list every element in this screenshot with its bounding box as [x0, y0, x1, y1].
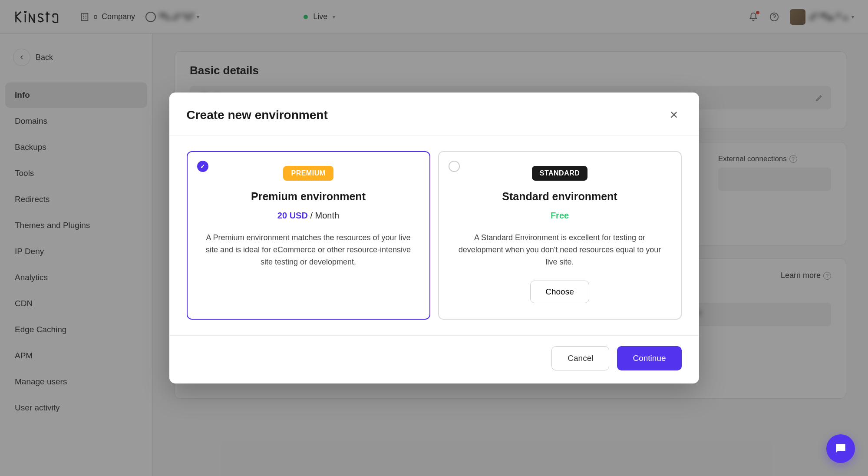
modal-title: Create new environment — [187, 108, 328, 122]
continue-button[interactable]: Continue — [617, 346, 681, 370]
radio-premium[interactable] — [197, 161, 208, 172]
standard-badge: STANDARD — [532, 166, 588, 181]
modal-footer: Cancel Continue — [169, 335, 699, 383]
modal-header: Create new environment ✕ — [169, 93, 699, 136]
chat-widget[interactable] — [826, 434, 855, 463]
standard-price: Free — [452, 211, 668, 221]
create-environment-modal: Create new environment ✕ PREMIUM Premium… — [169, 93, 699, 383]
close-icon[interactable]: ✕ — [666, 107, 682, 123]
modal-overlay[interactable]: Create new environment ✕ PREMIUM Premium… — [0, 0, 868, 476]
option-premium[interactable]: PREMIUM Premium environment 20 USD / Mon… — [187, 151, 430, 320]
standard-heading: Standard environment — [452, 190, 668, 203]
premium-description: A Premium environment matches the resour… — [201, 232, 416, 268]
choose-button[interactable]: Choose — [530, 281, 589, 303]
modal-body: PREMIUM Premium environment 20 USD / Mon… — [169, 136, 699, 335]
premium-badge: PREMIUM — [283, 166, 333, 181]
premium-heading: Premium environment — [201, 190, 416, 203]
chat-icon — [834, 442, 848, 456]
radio-standard[interactable] — [449, 161, 460, 172]
premium-price: 20 USD / Month — [201, 211, 416, 221]
cancel-button[interactable]: Cancel — [551, 346, 609, 370]
option-standard[interactable]: STANDARD Standard environment Free A Sta… — [438, 151, 682, 320]
standard-description: A Standard Environment is excellent for … — [452, 232, 668, 268]
